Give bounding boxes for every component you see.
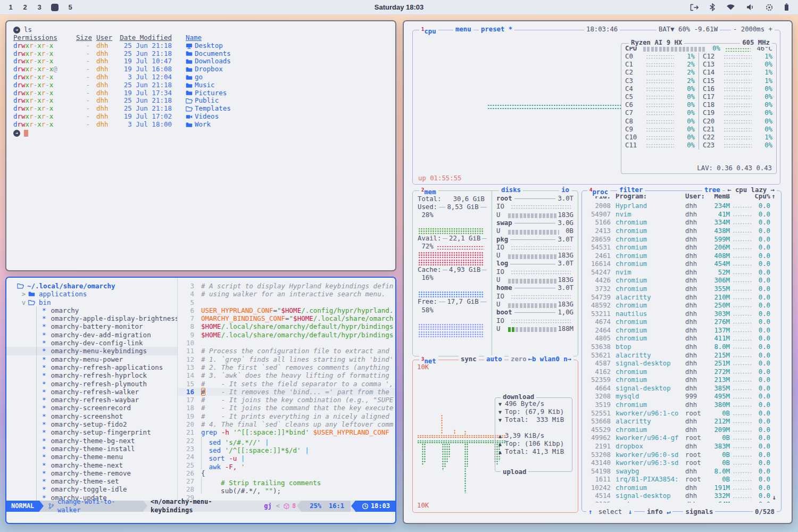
proc-tab[interactable]: 4proc <box>587 186 610 196</box>
system-monitor-window[interactable]: 1cpu menu preset * 18:03:46 BAT▼ 60% -9.… <box>403 20 793 524</box>
process-row-2461[interactable]: 2461chromiumdhh408M0.0 <box>582 252 781 260</box>
process-row-28659[interactable]: 28659chromiumdhh599M0.0 <box>582 235 781 244</box>
process-row-2008[interactable]: 2008Hyprlanddhh234M0.0 <box>582 202 781 211</box>
process-row-4674[interactable]: 4674chromiumdhh276M0.0 <box>582 318 781 327</box>
cpu-total-pct: 0% <box>706 45 722 53</box>
editor-window[interactable]: ~/.local/share/omarchy>applicationsvbin*… <box>5 277 396 524</box>
tree-item-omarchy-refresh-hyprlock[interactable]: *omarchy-refresh-hyprlock <box>6 371 177 379</box>
tree-root[interactable]: ~/.local/share/omarchy <box>6 282 177 290</box>
process-row-54247[interactable]: 54247nvimdhh52M0.0 <box>582 269 781 277</box>
process-row-2125[interactable]: 2125waybardhh64M0.0 <box>582 501 781 503</box>
tree-item-omarchy-screenshot[interactable]: *omarchy-screenshot <box>6 412 177 420</box>
process-row-5166[interactable]: 5166chromiumdhh334M0.0 <box>582 219 781 227</box>
scroll-down-indicator[interactable]: ↓ <box>772 494 776 502</box>
select-hint[interactable]: ↑ select ↓ <box>586 508 634 516</box>
process-row-52551[interactable]: 52551kworker/u96:1-coroot0B0.0 <box>582 409 781 418</box>
tree-item-omarchy-screenrecord[interactable]: *omarchy-screenrecord <box>6 404 177 412</box>
tree-item-omarchy-refresh-walker[interactable]: *omarchy-refresh-walker <box>6 388 177 396</box>
tree-item-omarchy-theme-set[interactable]: *omarchy-theme-set <box>6 477 177 485</box>
process-row-54198[interactable]: 54198swaybgdhh8.0M0.0 <box>582 468 781 476</box>
tree-item-omarchy-refresh-waybar[interactable]: *omarchy-refresh-waybar <box>6 396 177 404</box>
code-line-9: 9$HOME/.local/share/omarchy/default/hypr… <box>178 331 395 339</box>
tree-item-omarchy-refresh-plymouth[interactable]: *omarchy-refresh-plymouth <box>6 380 177 388</box>
tree-item-omarchy-setup-fido2[interactable]: *omarchy-setup-fido2 <box>6 420 177 428</box>
net-auto-button[interactable]: auto <box>484 355 504 363</box>
folder-icon <box>186 66 193 73</box>
process-row-53621[interactable]: 53621alacrittydhh215M0.0 <box>582 351 781 360</box>
signals-hint[interactable]: signals <box>683 508 715 516</box>
pending-keys: gj <box>260 502 276 510</box>
code-pane[interactable]: 3# A script to display Hyprland keybindi… <box>177 278 395 501</box>
code-line-8: 8$HOME/.local/share/omarchy/default/hypr… <box>178 322 395 330</box>
process-row-10242[interactable]: 10242chromiumdhh191M0.0 <box>582 484 781 493</box>
tree-item-omarchy-menu-keybindings[interactable]: *omarchy-menu-keybindings <box>6 347 177 355</box>
tree-item-omarchy-menu-power[interactable]: *omarchy-menu-power <box>6 355 177 363</box>
prompt-line-2[interactable]: ➔ <box>13 129 388 137</box>
refresh-interval[interactable]: - 2000ms + <box>731 26 775 34</box>
disk-log: log3.0T <box>496 260 573 268</box>
process-row-1611[interactable]: 1611irq/81-PIXA3854:root0B0.0 <box>582 476 781 484</box>
process-row-4514[interactable]: 4514signal-desktopdhh332M0.0 <box>582 492 781 501</box>
tree-item-omarchy-theme-menu[interactable]: *omarchy-theme-menu <box>6 453 177 461</box>
process-row-4805[interactable]: 4805chromiumdhh411M0.0 <box>582 335 781 343</box>
process-row-16614[interactable]: 16614chromiumdhh454M0.0 <box>582 260 781 269</box>
process-row-54531[interactable]: 54531chromiumdhh206M0.0 <box>582 244 781 252</box>
tree-folder-bin[interactable]: vbin <box>6 298 177 306</box>
process-row-53638[interactable]: 53638btopdhh8.0M0.0 <box>582 343 781 352</box>
tree-item-omarchy-toggle-idle[interactable]: *omarchy-toggle-idle <box>6 485 177 493</box>
tree-item-omarchy[interactable]: *omarchy <box>6 306 177 314</box>
tree-button[interactable]: tree <box>702 186 722 194</box>
upload-label: upload <box>501 468 528 476</box>
process-row-54739[interactable]: 54739alacrittydhh210M0.0 <box>582 293 781 302</box>
tree-item-omarchy-theme-remove[interactable]: *omarchy-theme-remove <box>6 469 177 477</box>
tree-item-omarchy-refresh-applications[interactable]: *omarchy-refresh-applications <box>6 363 177 371</box>
process-row-4664[interactable]: 4664signal-desktopdhh385M0.0 <box>582 385 781 393</box>
process-row-45529[interactable]: 45529chromiumdhh209M0.0 <box>582 426 781 435</box>
process-row-4426[interactable]: 4426chromiumdhh306M0.0 <box>582 277 781 285</box>
process-row-48592[interactable]: 48592chromiumdhh250M0.0 <box>582 302 781 310</box>
tree-item-omarchy-apple-display-brightness[interactable]: *omarchy-apple-display-brightness <box>6 314 177 322</box>
net-interface[interactable]: ←b wlan0 n→ <box>526 355 573 363</box>
process-row-2464[interactable]: 2464chromiumdhh137M0.0 <box>582 327 781 335</box>
process-row-53211[interactable]: 53211nautilusdhh303M0.0 <box>582 310 781 319</box>
preset-button[interactable]: preset * <box>479 26 514 34</box>
tree-item-omarchy-setup-fingerprint[interactable]: *omarchy-setup-fingerprint <box>6 428 177 436</box>
process-row-2191[interactable]: 2191dropboxdhh383M0.0 <box>582 443 781 451</box>
mem-cache: Cache:4,93 GiB <box>418 266 488 274</box>
process-row-4587[interactable]: 4587signal-desktopdhh251M0.0 <box>582 360 781 368</box>
sort-column-selector[interactable]: ← cpu lazy → <box>725 186 777 194</box>
process-row-4162[interactable]: 4162chromiumdhh272M0.0 <box>582 368 781 377</box>
tree-item-omarchy-theme-install[interactable]: *omarchy-theme-install <box>6 445 177 453</box>
tree-item-omarchy-theme-next[interactable]: *omarchy-theme-next <box>6 461 177 469</box>
process-row-3519[interactable]: 3519chromiumdhh380M0.0 <box>582 401 781 410</box>
ls-row: drwxr-xr-x-dhh19 Jul 17:34Pictures <box>13 89 388 97</box>
tree-item-omarchy-dev-config-link[interactable]: *omarchy-dev-config-link <box>6 339 177 347</box>
cpu-tab[interactable]: 1cpu <box>419 26 438 36</box>
process-row-2413[interactable]: 2413chromiumdhh438M0.0 <box>582 227 781 236</box>
menu-button[interactable]: menu <box>453 26 473 34</box>
process-row-53208[interactable]: 53208kworker/u96:0-sdroot0B0.0 <box>582 451 781 459</box>
ls-column-header: Date Modified <box>114 34 172 42</box>
net-sync-button[interactable]: sync <box>459 355 479 363</box>
ls-row: drwxr-xr-x-dhh19 Jul 17:02Videos <box>13 113 388 121</box>
tree-item-omarchy-dev-add-migration[interactable]: *omarchy-dev-add-migration <box>6 331 177 339</box>
process-row-3208[interactable]: 3208mysqld999495M0.0 <box>582 393 781 401</box>
process-box: 4proc filter tree ← cpu lazy → Pid: Prog… <box>581 190 782 512</box>
filter-button[interactable]: filter <box>617 186 645 194</box>
core-row-C2: C22% <box>621 69 699 77</box>
ls-entry-name: Documents <box>172 50 388 58</box>
folder-icon <box>186 89 193 96</box>
info-hint[interactable]: info ↵ <box>645 508 672 516</box>
process-row-43140[interactable]: 43140kworker/u96:3-sdroot0B0.0 <box>582 459 781 468</box>
process-row-53668[interactable]: 53668alacrittydhh212M0.0 <box>582 418 781 426</box>
terminal-window[interactable]: ➔ ls PermissionsSizeUserDate ModifiedNam… <box>5 20 396 271</box>
process-row-49962[interactable]: 49962kworker/u96:4-gfroot0B0.0 <box>582 434 781 443</box>
tree-item-omarchy-battery-monitor[interactable]: *omarchy-battery-monitor <box>6 322 177 330</box>
process-row-52359[interactable]: 52359chromiumdhh213M0.0 <box>582 376 781 385</box>
tree-folder-applications[interactable]: >applications <box>6 290 177 298</box>
process-row-54907[interactable]: 54907nvimdhh41M0.0 <box>582 211 781 219</box>
process-row-3732[interactable]: 3732chromiumdhh355M0.0 <box>582 285 781 294</box>
tree-item-omarchy-theme-bg-next[interactable]: *omarchy-theme-bg-next <box>6 437 177 445</box>
folder-icon <box>186 58 193 65</box>
video-icon <box>186 113 193 120</box>
